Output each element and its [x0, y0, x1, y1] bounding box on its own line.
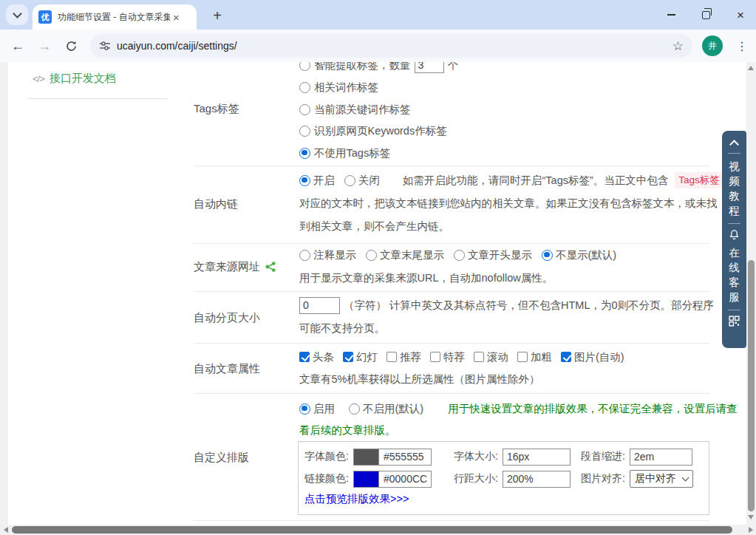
- layout-on-option[interactable]: 启用: [299, 402, 335, 416]
- reload-icon: [65, 40, 78, 52]
- font-color-field[interactable]: #555555: [353, 449, 432, 466]
- tags-count-input[interactable]: [415, 62, 444, 73]
- scroll-down-arrow[interactable]: [748, 515, 754, 519]
- tags-option-source-keyword: 当前源关键词作标签: [299, 101, 411, 117]
- layout-off-option[interactable]: 不启用(默认): [349, 402, 423, 416]
- floating-side-panel: 视频教程 在线客服: [722, 131, 746, 348]
- radio-icon[interactable]: [299, 62, 310, 71]
- font-color-value[interactable]: #555555: [379, 449, 431, 465]
- attr-slide[interactable]: 幻灯: [343, 350, 378, 364]
- window-minimize-button[interactable]: [654, 0, 688, 30]
- font-color-swatch[interactable]: [354, 449, 379, 465]
- page-content: </> 接口开发文档 Tags标签 智能提取标签，数量 个 相关词作标签 当前源…: [0, 62, 756, 535]
- bookmark-star-icon[interactable]: ☆: [672, 38, 684, 54]
- forward-button[interactable]: →: [35, 36, 54, 55]
- preview-layout-link[interactable]: 点击预览排版效果>>>: [304, 492, 409, 506]
- innerlink-off-option[interactable]: 关闭: [344, 174, 380, 188]
- attr-headline[interactable]: 头条: [299, 350, 334, 364]
- layout-desc-line2: 看后续的文章排版。: [299, 422, 396, 438]
- source-option-header[interactable]: 文章开头显示: [454, 248, 532, 262]
- browser-window: 优 功能细节设置 - 自动文章采集器 × + × ← →: [0, 0, 756, 535]
- indent-input[interactable]: [630, 449, 692, 466]
- attr-recommend[interactable]: 推荐: [386, 350, 421, 364]
- window-restore-button[interactable]: [689, 0, 723, 30]
- radio-icon[interactable]: [299, 82, 310, 93]
- reload-button[interactable]: [61, 36, 81, 55]
- page-left-gutter: [0, 62, 7, 525]
- checkbox-checked-icon[interactable]: [343, 352, 353, 362]
- sidebar-item-api-doc[interactable]: </> 接口开发文档: [33, 72, 116, 86]
- font-size-input[interactable]: [503, 449, 571, 466]
- radio-icon[interactable]: [344, 175, 355, 186]
- radio-checked-icon[interactable]: [542, 250, 553, 261]
- checkbox-icon[interactable]: [517, 352, 528, 362]
- scroll-left-arrow[interactable]: [4, 527, 8, 533]
- url-text[interactable]: ucaiyun.com/caiji/settings/: [117, 40, 672, 52]
- online-service-button[interactable]: 在线客服: [729, 245, 740, 304]
- option-label: 注释显示: [313, 248, 356, 262]
- tags-option-smart: 智能提取标签，数量 个: [299, 62, 458, 73]
- new-tab-button[interactable]: +: [207, 5, 228, 26]
- radio-icon[interactable]: [454, 250, 465, 261]
- innerlink-desc-line2: 对应的文本时，把该文本链接到您站内的相关文章。如果正文没有包含标签文本，或未找: [299, 195, 718, 211]
- radio-icon[interactable]: [299, 104, 310, 115]
- radio-icon[interactable]: [299, 126, 310, 137]
- radio-checked-icon[interactable]: [299, 403, 310, 415]
- source-option-comment[interactable]: 注释显示: [299, 248, 356, 262]
- chevron-up-icon[interactable]: [729, 140, 739, 149]
- option-label: 不启用(默认): [363, 402, 423, 416]
- link-color-label: 链接颜色:: [304, 472, 353, 485]
- horizontal-scrollbar-thumb[interactable]: [12, 526, 732, 534]
- checkbox-icon[interactable]: [386, 352, 397, 362]
- img-align-select[interactable]: 居中对齐: [630, 470, 693, 488]
- video-tutorial-button[interactable]: 视频教程: [729, 159, 740, 218]
- checkbox-icon[interactable]: [474, 352, 484, 362]
- attr-featured[interactable]: 特荐: [430, 350, 465, 364]
- source-option-footer[interactable]: 文章末尾显示: [366, 248, 444, 262]
- radio-icon[interactable]: [366, 250, 377, 261]
- address-bar[interactable]: ucaiyun.com/caiji/settings/ ☆: [90, 34, 692, 58]
- radio-icon[interactable]: [299, 250, 310, 261]
- back-button[interactable]: ←: [8, 36, 27, 55]
- scroll-right-arrow[interactable]: [749, 527, 753, 533]
- link-color-field[interactable]: #0000CC: [353, 471, 432, 488]
- option-label: 文章末尾显示: [380, 248, 444, 262]
- checkbox-icon[interactable]: [430, 352, 440, 362]
- attr-image-auto[interactable]: 图片(自动): [561, 350, 624, 364]
- qr-code-icon[interactable]: [729, 316, 740, 327]
- tab-strip: 优 功能细节设置 - 自动文章采集器 × + ×: [0, 0, 756, 30]
- layout-settings-row1: 字体颜色: #555555 字体大小: 段首缩进:: [304, 448, 692, 466]
- layout-settings-box: 字体颜色: #555555 字体大小: 段首缩进: 链接颜色: #0000CC …: [298, 441, 709, 515]
- row-label-source: 文章来源网址: [194, 259, 276, 275]
- checkbox-checked-icon[interactable]: [561, 352, 571, 362]
- row-divider: [194, 243, 709, 244]
- checkbox-label: 幻灯: [356, 350, 378, 364]
- checkbox-checked-icon[interactable]: [299, 352, 310, 362]
- sidebar-item-label[interactable]: 接口开发文档: [50, 72, 116, 86]
- tags-option-none: 不使用Tags标签: [299, 145, 390, 161]
- tab-search-button[interactable]: [6, 4, 28, 25]
- window-close-button[interactable]: ×: [723, 0, 756, 30]
- browser-menu-icon[interactable]: ⋮: [735, 36, 749, 55]
- profile-avatar[interactable]: 井: [702, 35, 723, 56]
- source-option-hidden[interactable]: 不显示(默认): [542, 248, 616, 262]
- bell-icon[interactable]: [729, 229, 740, 240]
- link-color-swatch[interactable]: [354, 471, 379, 487]
- vertical-scrollbar-thumb[interactable]: [748, 260, 755, 511]
- option-label: 文章开头显示: [468, 248, 532, 262]
- scroll-up-arrow[interactable]: [748, 66, 754, 70]
- innerlink-on-option[interactable]: 开启: [299, 174, 335, 188]
- attr-scroll[interactable]: 滚动: [474, 350, 508, 364]
- tab-close-icon[interactable]: ×: [173, 11, 180, 24]
- pagination-size-input[interactable]: [299, 297, 340, 314]
- link-color-value[interactable]: #0000CC: [379, 471, 431, 487]
- site-favicon: 优: [38, 10, 52, 24]
- row-divider: [194, 343, 709, 344]
- radio-icon[interactable]: [349, 403, 360, 415]
- attr-bold[interactable]: 加粗: [517, 350, 552, 364]
- line-height-input[interactable]: [503, 471, 571, 488]
- radio-checked-icon[interactable]: [299, 175, 310, 186]
- radio-checked-icon[interactable]: [299, 148, 310, 159]
- active-tab[interactable]: 优 功能细节设置 - 自动文章采集器 ×: [33, 4, 197, 30]
- site-settings-icon[interactable]: [99, 40, 111, 52]
